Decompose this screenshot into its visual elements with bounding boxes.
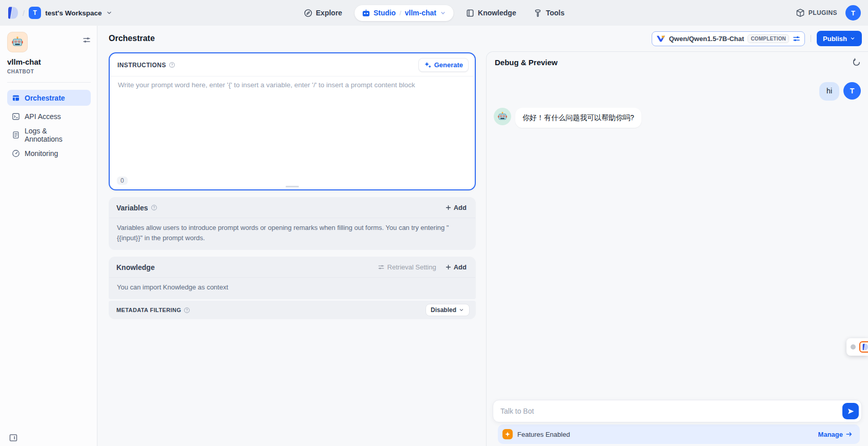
star-icon: [504, 431, 511, 437]
plugins-label: PLUGINS: [809, 9, 837, 16]
nav-studio-active[interactable]: Studio / vllm-chat: [354, 5, 453, 21]
instructions-panel: INSTRUCTIONS Generate 0: [109, 52, 476, 190]
add-label: Add: [454, 204, 467, 211]
main-nav: Explore Studio / vllm-chat Knowledge Too…: [298, 0, 570, 26]
add-variable-button[interactable]: Add: [442, 202, 470, 214]
breadcrumb-slash: /: [23, 9, 25, 17]
header-divider: [811, 35, 811, 42]
bot-message-row: 你好！有什么问题我可以帮助你吗?: [494, 108, 861, 128]
sidebar-divider: [7, 82, 91, 83]
user-message-bubble: hi: [819, 82, 839, 101]
help-circle-icon[interactable]: [169, 62, 175, 68]
workspace-avatar[interactable]: T: [29, 7, 41, 19]
plus-icon: [445, 204, 452, 211]
orchestrate-config-column: INSTRUCTIONS Generate 0: [97, 51, 486, 446]
plus-icon: [445, 264, 452, 270]
model-selector[interactable]: Qwen/Qwen1.5-7B-Chat COMPLETION: [652, 31, 805, 46]
nav-knowledge-label: Knowledge: [478, 9, 516, 17]
knowledge-description: You can import Knowledge as context: [109, 278, 476, 299]
sidebar-item-logs-annotations[interactable]: Logs & Annotations: [7, 127, 91, 143]
knowledge-title: Knowledge: [116, 263, 155, 272]
features-enabled-label: Features Enabled: [517, 431, 570, 438]
extension-dot-icon: [851, 344, 856, 350]
nav-explore-label: Explore: [316, 9, 342, 17]
manage-label: Manage: [818, 431, 843, 438]
chevron-down-icon: [106, 9, 113, 16]
model-mode-badge: COMPLETION: [748, 34, 789, 43]
app-type-badge: CHATBOT: [7, 69, 91, 74]
restart-conversation-icon[interactable]: [852, 58, 861, 67]
generate-label: Generate: [434, 61, 463, 69]
bot-message-bubble: 你好！有什么问题我可以帮助你吗?: [515, 108, 641, 128]
help-circle-icon[interactable]: [184, 307, 190, 314]
model-parameters-icon[interactable]: [793, 35, 800, 43]
publish-button[interactable]: Publish: [817, 31, 862, 46]
topbar: / T test's Workspace Explore Studio / vl…: [0, 0, 868, 26]
vllm-logo-icon: [656, 35, 665, 43]
account-avatar[interactable]: T: [845, 5, 861, 21]
dify-logo-icon: [862, 343, 868, 351]
app-icon[interactable]: [7, 32, 28, 52]
page-title: Orchestrate: [109, 34, 155, 43]
dify-studio-app: / T test's Workspace Explore Studio / vl…: [0, 0, 868, 446]
nav-explore[interactable]: Explore: [298, 6, 347, 21]
sidebar-item-orchestrate[interactable]: Orchestrate: [7, 90, 91, 106]
features-bar: Features Enabled Manage: [498, 424, 860, 444]
chevron-down-icon[interactable]: [439, 10, 446, 16]
workspace-name[interactable]: test's Workspace: [45, 9, 102, 17]
nav-studio-label: Studio: [373, 9, 396, 17]
dify-logo-icon[interactable]: [7, 6, 18, 20]
chat-input[interactable]: [493, 400, 862, 422]
metadata-filtering-select[interactable]: Disabled: [426, 304, 470, 316]
manage-features-link[interactable]: Manage: [818, 431, 853, 438]
metadata-filtering-row: METADATA FILTERING Disabled: [109, 301, 476, 319]
nav-tools-label: Tools: [546, 9, 564, 17]
knowledge-icon: [466, 9, 474, 17]
nav-knowledge[interactable]: Knowledge: [460, 6, 521, 21]
publish-label: Publish: [823, 35, 847, 43]
instructions-title: INSTRUCTIONS: [117, 62, 166, 69]
main-area: Orchestrate Qwen/Qwen1.5-7B-Chat COMPLET…: [97, 26, 868, 446]
sidebar-nav: Orchestrate API Access Logs & Annotation…: [7, 90, 91, 161]
topbar-right: PLUGINS T: [796, 5, 861, 21]
sidebar-item-api-access[interactable]: API Access: [7, 108, 91, 124]
orchestrate-icon: [12, 94, 20, 102]
current-app-name[interactable]: vllm-chat: [405, 9, 436, 17]
add-knowledge-button[interactable]: Add: [442, 261, 470, 273]
browser-extension-pill[interactable]: [846, 338, 868, 356]
sidebar-item-monitoring[interactable]: Monitoring: [7, 145, 91, 161]
prompt-editor[interactable]: [111, 76, 474, 164]
generate-button[interactable]: Generate: [418, 58, 469, 72]
collapse-sidebar-icon[interactable]: [9, 433, 18, 442]
sidebar-item-label: Orchestrate: [25, 94, 65, 102]
app-name: vllm-chat: [7, 57, 91, 66]
variables-description: Variables allow users to introduce promp…: [109, 218, 476, 250]
nav-tools[interactable]: Tools: [529, 6, 570, 21]
terminal-icon: [12, 112, 20, 121]
send-button[interactable]: [842, 403, 859, 419]
arrow-right-icon: [845, 431, 853, 438]
debug-preview-title: Debug & Preview: [495, 58, 558, 67]
features-star-icon: [502, 429, 513, 439]
plugins-button[interactable]: PLUGINS: [796, 8, 837, 17]
model-name: Qwen/Qwen1.5-7B-Chat: [669, 35, 744, 43]
resize-handle[interactable]: [286, 186, 299, 187]
breadcrumb-slash: /: [399, 9, 401, 17]
monitoring-gauge-icon: [12, 149, 20, 158]
robot-icon: [361, 9, 370, 17]
retrieval-setting-button[interactable]: Retrieval Setting: [375, 261, 439, 273]
main-header: Orchestrate Qwen/Qwen1.5-7B-Chat COMPLET…: [97, 26, 868, 51]
workspace-switcher[interactable]: / T test's Workspace: [7, 6, 113, 20]
debug-preview-panel: Debug & Preview hi T 你好！有什么问题我可以帮助你吗: [486, 51, 868, 446]
chevron-down-icon: [850, 35, 856, 42]
send-paper-plane-icon: [847, 408, 855, 415]
variables-panel: Variables Add Variables allow users to i…: [109, 197, 476, 250]
metadata-filtering-value: Disabled: [431, 306, 456, 314]
help-circle-icon[interactable]: [151, 204, 157, 211]
app-sidebar: vllm-chat CHATBOT Orchestrate API Access…: [0, 26, 97, 446]
tools-icon: [534, 9, 542, 17]
app-settings-sliders-icon[interactable]: [83, 36, 91, 44]
metadata-filtering-title: METADATA FILTERING: [116, 307, 181, 313]
user-avatar: T: [843, 82, 861, 100]
logs-document-icon: [12, 131, 20, 139]
